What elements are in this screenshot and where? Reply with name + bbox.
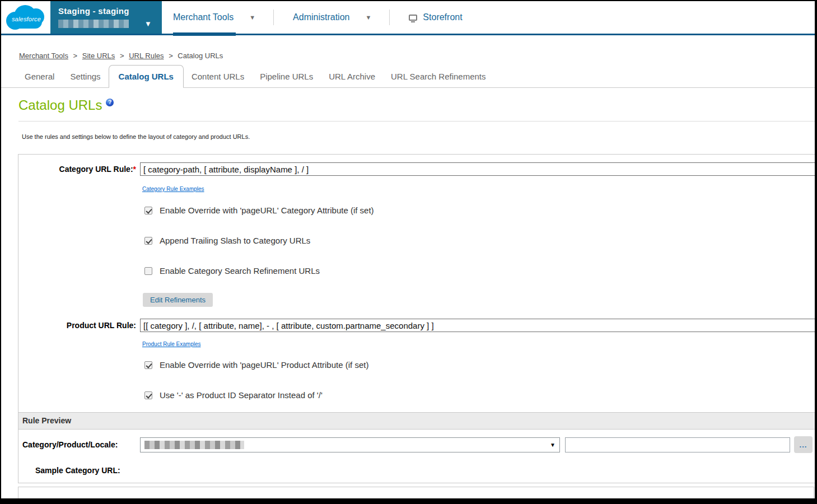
checkbox-enable-category-search-refinement[interactable]	[144, 267, 152, 275]
title-divider	[18, 121, 815, 122]
breadcrumb-separator: >	[120, 52, 124, 60]
catalog-url-form: Category URL Rule:* Category Rule Exampl…	[18, 154, 815, 483]
required-marker: *	[133, 165, 136, 174]
breadcrumb-current: Catalog URLs	[178, 52, 223, 60]
product-url-rule-label: Product URL Rule:	[18, 321, 136, 330]
edit-refinements-button[interactable]: Edit Refinements	[143, 293, 213, 307]
top-bar: salesforce Staging - staging ▼ Merchant …	[1, 1, 815, 35]
help-icon[interactable]: ?	[106, 99, 114, 106]
salesforce-logo: salesforce	[1, 1, 50, 34]
browse-button[interactable]: ...	[794, 436, 813, 453]
nav-merchant-tools[interactable]: Merchant Tools ▼	[173, 1, 273, 34]
tab-settings[interactable]: Settings	[62, 66, 108, 87]
breadcrumb: Merchant Tools > Site URLs > URL Rules >…	[19, 52, 815, 60]
nav-storefront-label: Storefront	[423, 12, 462, 22]
sample-category-url-label: Sample Category URL:	[35, 466, 815, 475]
checkbox-label: Use '-' as Product ID Separator Instead …	[160, 390, 323, 400]
checkbox-product-id-separator[interactable]	[144, 391, 152, 399]
checkbox-label: Enable Category Search Refinement URLs	[160, 266, 320, 276]
tab-url-archive[interactable]: URL Archive	[321, 66, 383, 87]
page-description: Use the rules and settings below to defi…	[22, 133, 815, 140]
category-rule-examples-link[interactable]: Category Rule Examples	[142, 186, 204, 192]
category-url-rule-input[interactable]	[140, 162, 815, 176]
tab-general[interactable]: General	[17, 66, 62, 87]
salesforce-logo-text: salesforce	[11, 16, 42, 22]
redacted-selected-option	[144, 441, 244, 449]
product-url-rule-input[interactable]	[140, 319, 815, 332]
checkbox-label: Enable Override with 'pageURL' Category …	[160, 206, 374, 215]
sample-url-result-panel	[18, 487, 814, 504]
nav-merchant-tools-label: Merchant Tools	[173, 12, 234, 22]
breadcrumb-separator: >	[73, 52, 78, 60]
page-title: Catalog URLs	[18, 97, 102, 113]
tab-bar: General Settings Catalog URLs Content UR…	[1, 65, 815, 88]
chevron-down-icon: ▼	[550, 442, 555, 448]
checkbox-append-trailing-slash[interactable]	[144, 237, 152, 245]
tab-url-search-refinements[interactable]: URL Search Refinements	[383, 66, 494, 87]
nav-administration-label: Administration	[293, 12, 349, 22]
product-rule-examples-link[interactable]: Product Rule Examples	[142, 341, 201, 347]
checkbox-label: Enable Override with 'pageURL' Product A…	[160, 360, 368, 370]
category-product-locale-label: Category/Product/Locale:	[22, 440, 140, 449]
chevron-down-icon: ▼	[249, 14, 255, 21]
chevron-down-icon: ▼	[365, 14, 371, 21]
monitor-icon	[409, 15, 417, 21]
category-product-locale-select[interactable]: ▼	[140, 437, 560, 452]
checkbox-label: Append Trailing Slash to Category URLs	[160, 236, 310, 245]
category-url-rule-label: Category URL Rule:*	[18, 165, 136, 174]
redacted-site-name	[58, 20, 129, 28]
main-nav: Merchant Tools ▼ Administration ▼ Storef…	[173, 1, 463, 34]
checkbox-enable-override-product[interactable]	[144, 361, 152, 369]
tab-catalog-urls[interactable]: Catalog URLs	[109, 65, 184, 88]
breadcrumb-url-rules[interactable]: URL Rules	[129, 52, 164, 60]
nav-storefront[interactable]: Storefront	[390, 1, 462, 34]
breadcrumb-site-urls[interactable]: Site URLs	[82, 52, 115, 60]
breadcrumb-merchant-tools[interactable]: Merchant Tools	[19, 52, 68, 60]
instance-title: Staging - staging	[58, 6, 155, 16]
nav-administration[interactable]: Administration ▼	[274, 1, 389, 34]
tab-pipeline-urls[interactable]: Pipeline URLs	[252, 66, 321, 87]
breadcrumb-separator: >	[169, 52, 173, 60]
rule-preview-header: Rule Preview	[18, 412, 815, 430]
salesforce-cloud-icon: salesforce	[6, 4, 45, 31]
tab-content-urls[interactable]: Content URLs	[184, 66, 252, 87]
chevron-down-icon: ▼	[144, 20, 152, 27]
instance-selector[interactable]: Staging - staging ▼	[50, 1, 162, 34]
preview-value-input[interactable]	[565, 437, 790, 452]
checkbox-enable-override-category[interactable]	[144, 207, 152, 214]
